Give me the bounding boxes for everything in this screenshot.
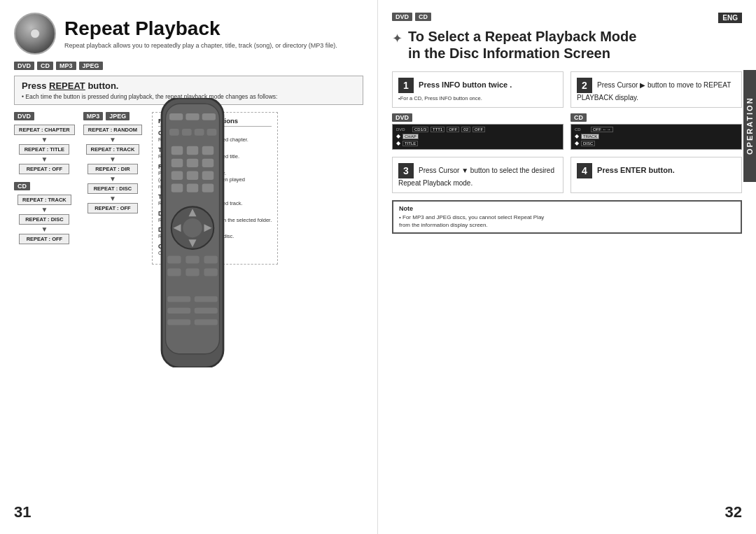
svg-rect-32 bbox=[204, 268, 218, 276]
right-title-block: To Select a Repeat Playback Mode in the … bbox=[408, 28, 636, 62]
svg-point-22 bbox=[183, 218, 202, 238]
svg-rect-33 bbox=[167, 286, 218, 291]
badge-jpeg: JPEG bbox=[79, 62, 103, 70]
cd-display-badge: CD bbox=[570, 113, 587, 122]
badge-mp3: MP3 bbox=[56, 62, 76, 70]
diagram-mp3-badge: MP3 bbox=[83, 112, 104, 120]
cd-flow-disc: REPEAT : DISC bbox=[19, 214, 69, 225]
mp3-flow-random: REPEAT : RANDOM bbox=[83, 125, 142, 135]
mp3-flow-track: REPEAT : TRACK bbox=[86, 144, 140, 155]
svg-rect-12 bbox=[172, 159, 183, 167]
repeat-button-label: REPEAT bbox=[49, 80, 85, 91]
diagram-jpeg-badge: JPEG bbox=[106, 112, 130, 120]
dvd-sp-label: DVD bbox=[396, 127, 410, 132]
right-badge-cd: CD bbox=[415, 13, 431, 21]
svg-rect-2 bbox=[169, 113, 183, 120]
format-badges-right: DVD CD bbox=[392, 13, 742, 21]
diagram-cd-badge: CD bbox=[14, 182, 30, 190]
right-title-line2: in the Disc Information Screen bbox=[408, 45, 636, 62]
step-4-number: 4 bbox=[577, 163, 592, 178]
step-3-number: 3 bbox=[398, 163, 414, 178]
svg-rect-39 bbox=[195, 319, 218, 325]
svg-rect-13 bbox=[187, 159, 199, 167]
svg-rect-17 bbox=[202, 171, 214, 180]
dvd-sp-dot2: ◆ bbox=[396, 140, 400, 146]
svg-rect-28 bbox=[186, 256, 199, 264]
note-title: Note bbox=[399, 205, 735, 212]
mp3-arrow-2: ▼ bbox=[109, 156, 116, 163]
cd-sp-off: OFF ←→ bbox=[591, 127, 613, 132]
step-1-text: Press INFO button twice . bbox=[419, 80, 512, 89]
badge-cd: CD bbox=[37, 62, 53, 70]
header-left: Repeat Playback Repeat playback allows y… bbox=[14, 13, 363, 55]
mp3-flow-off: REPEAT : OFF bbox=[88, 203, 138, 213]
svg-rect-34 bbox=[167, 296, 190, 302]
dvd-flow-chapter: REPEAT : CHAPTER bbox=[14, 125, 75, 135]
cd-panel-row1: CD OFF ←→ bbox=[575, 127, 738, 132]
svg-rect-31 bbox=[186, 268, 199, 276]
right-page: ENG DVD CD ✦ To Select a Repeat Playback… bbox=[378, 0, 756, 534]
svg-rect-29 bbox=[204, 256, 218, 264]
dvd-sp-off2: OFF bbox=[472, 127, 485, 132]
page-num-left: 31 bbox=[14, 503, 31, 521]
remote-svg bbox=[154, 98, 231, 367]
disc-icon bbox=[14, 13, 56, 55]
cd-flow-col: REPEAT : TRACK ▼ REPEAT : DISC ▼ REPEAT … bbox=[14, 195, 75, 245]
format-badges-left: DVD CD MP3 JPEG bbox=[14, 62, 363, 70]
step-1-box: 1 Press INFO button twice . •For a CD, P… bbox=[392, 71, 564, 108]
svg-rect-11 bbox=[202, 146, 214, 155]
press-repeat-text: Press REPEAT button. bbox=[22, 80, 356, 91]
svg-rect-6 bbox=[182, 129, 192, 136]
svg-rect-8 bbox=[207, 129, 217, 136]
badge-dvd: DVD bbox=[14, 62, 34, 70]
cd-sp-disc: DISC bbox=[581, 141, 595, 146]
cd-sp-dot2: ◆ bbox=[575, 140, 579, 146]
dvd-flow-title: REPEAT : TITLE bbox=[19, 144, 69, 155]
svg-rect-3 bbox=[186, 113, 199, 120]
svg-rect-30 bbox=[167, 268, 181, 276]
mp3-flow-col: REPEAT : RANDOM ▼ REPEAT : TRACK ▼ REPEA… bbox=[83, 125, 142, 214]
step-2-number: 2 bbox=[577, 78, 592, 93]
cd-panel: CD OFF ←→ ◆ TRACK ◆ DISC bbox=[570, 124, 742, 150]
cd-display-block: CD CD OFF ←→ ◆ TRACK ◆ DISC bbox=[570, 113, 742, 151]
svg-rect-7 bbox=[195, 129, 204, 136]
dvd-sp-ttt: TTT1 bbox=[430, 127, 444, 132]
dvd-flow-off: REPEAT : OFF bbox=[19, 164, 69, 174]
eng-badge: ENG bbox=[718, 13, 742, 23]
section-icon: ✦ bbox=[392, 31, 402, 46]
right-title: To Select a Repeat Playback Mode in the … bbox=[408, 28, 636, 62]
right-section-header: ✦ To Select a Repeat Playback Mode in th… bbox=[392, 28, 742, 62]
svg-rect-5 bbox=[169, 129, 179, 136]
svg-rect-38 bbox=[167, 319, 190, 325]
page: Repeat Playback Repeat playback allows y… bbox=[0, 0, 756, 534]
step-1-number: 1 bbox=[398, 78, 414, 93]
svg-rect-4 bbox=[202, 113, 216, 120]
svg-rect-36 bbox=[167, 308, 190, 314]
cd-sp-dot1: ◆ bbox=[575, 133, 579, 139]
operation-sidebar: OPERATION bbox=[743, 70, 756, 182]
cd-flow-off: REPEAT : OFF bbox=[19, 234, 69, 244]
svg-rect-10 bbox=[187, 146, 199, 155]
dvd-flow-col: REPEAT : CHAPTER ▼ REPEAT : TITLE ▼ REPE… bbox=[14, 125, 75, 175]
note-box: Note • For MP3 and JPEG discs, you canno… bbox=[392, 200, 742, 234]
cd-arrow-2: ▼ bbox=[41, 226, 48, 233]
dvd-sp-chap: CHAP bbox=[402, 134, 419, 139]
dvd-sp-dot1: ◆ bbox=[396, 133, 400, 139]
cd-sp-track: TRACK bbox=[581, 134, 599, 139]
page-subtitle: Repeat playback allows you to repeatedly… bbox=[64, 42, 337, 49]
step-2-text: Press Cursor ▶ button to move to REPEAT … bbox=[577, 81, 731, 101]
page-title: Repeat Playback bbox=[64, 18, 337, 40]
remote-container bbox=[154, 98, 231, 369]
svg-rect-14 bbox=[202, 159, 214, 167]
mp3-arrow-1: ▼ bbox=[109, 136, 116, 143]
display-section: DVD DVD CD1/3 TTT1 OFF 02 OFF ◆ CHAP bbox=[392, 113, 742, 151]
svg-rect-18 bbox=[172, 183, 183, 192]
dvd-panel-row1: DVD CD1/3 TTT1 OFF 02 OFF bbox=[396, 127, 559, 132]
note-text: • For MP3 and JPEG discs, you cannot sel… bbox=[399, 213, 735, 229]
step-2-box: 2 Press Cursor ▶ button to move to REPEA… bbox=[570, 71, 742, 108]
right-title-line1: To Select a Repeat Playback Mode bbox=[408, 29, 636, 44]
dvd-sp-off1: OFF bbox=[447, 127, 459, 132]
right-badge-dvd: DVD bbox=[392, 13, 412, 21]
cd-sp-label: CD bbox=[575, 127, 589, 132]
mp3-flow-dir: REPEAT : DIR bbox=[88, 164, 138, 174]
